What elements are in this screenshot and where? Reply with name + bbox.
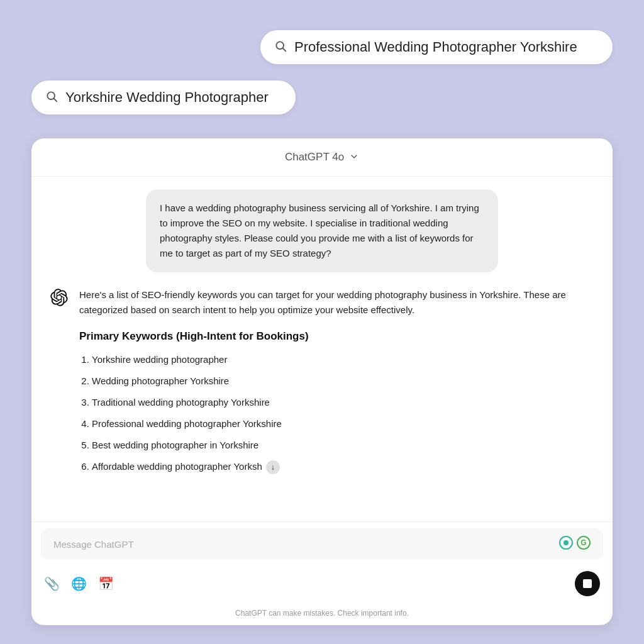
chat-disclaimer: ChatGPT can make mistakes. Check importa…: [31, 605, 613, 625]
chat-title: ChatGPT 4o: [285, 151, 344, 164]
chat-body: I have a wedding photography business se…: [31, 177, 613, 521]
keyword-item-2: Wedding photographer Yorkshire: [92, 374, 594, 389]
svg-text:G: G: [580, 538, 586, 547]
globe-icon[interactable]: 🌐: [71, 576, 87, 591]
chat-footer: Message ChatGPT G: [31, 521, 613, 625]
footer-left-icons: 📎 🌐 📅: [44, 576, 114, 591]
search-icon-top: [274, 40, 287, 55]
ai-intro-text: Here's a list of SEO-friendly keywords y…: [79, 287, 594, 318]
ai-section-title: Primary Keywords (High-Intent for Bookin…: [79, 328, 594, 345]
message-input-row[interactable]: Message ChatGPT G: [41, 528, 603, 560]
ai-content: Here's a list of SEO-friendly keywords y…: [79, 287, 594, 480]
keyword-item-5: Best wedding photographer in Yorkshire: [92, 438, 594, 453]
keyword-item-1: Yorkshire wedding photographer: [92, 352, 594, 367]
ai-response: Here's a list of SEO-friendly keywords y…: [50, 287, 594, 480]
keyword-item-6: Affordable wedding photographer Yorksh↓: [92, 459, 594, 474]
message-placeholder: Message ChatGPT: [53, 539, 553, 550]
svg-point-5: [564, 540, 569, 545]
search-bar-top[interactable]: Professional Wedding Photographer Yorksh…: [260, 30, 613, 64]
keyword-item-4: Professional wedding photographer Yorksh…: [92, 416, 594, 431]
teal-circle-icon: [559, 536, 573, 552]
svg-line-3: [54, 99, 57, 102]
keyword-item-3: Traditional wedding photography Yorkshir…: [92, 395, 594, 410]
chat-header: ChatGPT 4o: [31, 138, 613, 177]
search-left-text: Yorkshire Wedding Photographer: [65, 89, 269, 106]
search-bar-left[interactable]: Yorkshire Wedding Photographer: [31, 80, 296, 114]
page-outer: Professional Wedding Photographer Yorksh…: [0, 0, 644, 644]
input-icons: G: [559, 536, 591, 552]
footer-actions: 📎 🌐 📅: [31, 566, 613, 605]
stop-button[interactable]: [575, 571, 600, 596]
calendar-icon[interactable]: 📅: [98, 576, 114, 591]
user-message-text: I have a wedding photography business se…: [160, 203, 479, 258]
ai-keywords-list: Yorkshire wedding photographerWedding ph…: [79, 352, 594, 474]
scroll-down-icon: ↓: [266, 460, 280, 474]
ai-avatar: [50, 289, 70, 309]
user-message-bubble: I have a wedding photography business se…: [146, 189, 498, 272]
svg-line-1: [283, 48, 286, 51]
search-icon-left: [45, 90, 58, 105]
paperclip-icon[interactable]: 📎: [44, 576, 60, 591]
chevron-down-icon[interactable]: [349, 152, 359, 164]
stop-icon: [583, 579, 592, 588]
green-g-icon: G: [577, 536, 591, 552]
search-top-text: Professional Wedding Photographer Yorksh…: [294, 39, 577, 55]
chat-window: ChatGPT 4o I have a wedding photography …: [31, 138, 613, 625]
